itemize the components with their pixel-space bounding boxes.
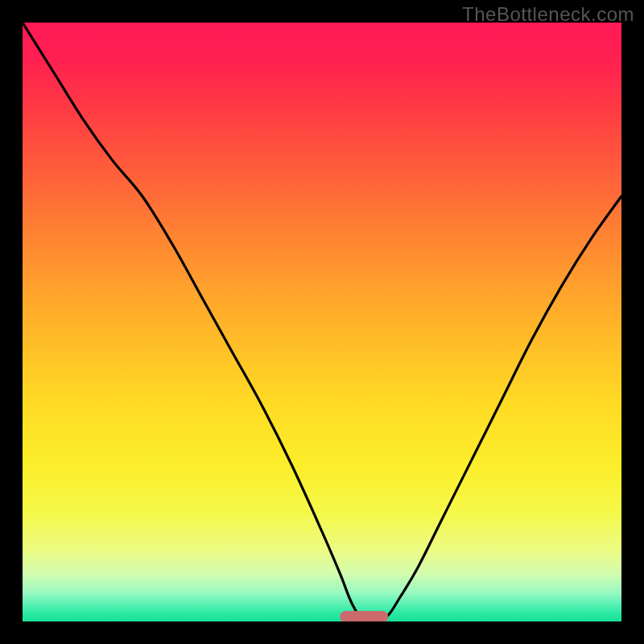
chart-frame: TheBottleneck.com: [0, 0, 644, 644]
watermark-text: TheBottleneck.com: [462, 3, 634, 26]
plot-area: [23, 23, 621, 621]
minimum-marker: [340, 611, 388, 621]
bottleneck-curve: [23, 23, 621, 621]
